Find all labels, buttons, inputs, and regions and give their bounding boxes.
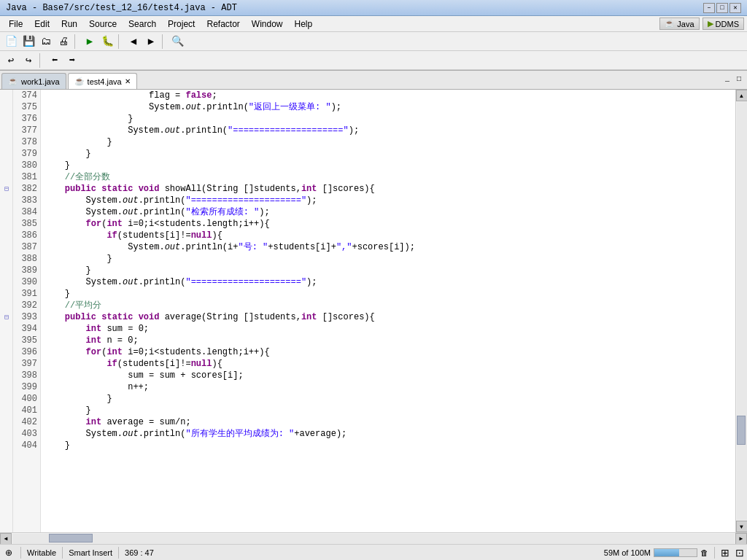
print-button[interactable]: 🖨 [55, 34, 71, 50]
smart-insert-status: Smart Insert [69, 548, 112, 557]
margin-387 [0, 241, 13, 253]
code-line-384: System.out.println("检索所有成绩: "); [44, 206, 735, 218]
search-btn[interactable]: 🔍 [169, 34, 185, 50]
horizontal-scrollbar[interactable]: ◀ ▶ [0, 533, 747, 544]
minimize-button[interactable]: – [703, 3, 715, 13]
linenum-386: 386 [13, 230, 37, 241]
linenum-377: 377 [13, 125, 37, 136]
menu-run[interactable]: Run [55, 18, 83, 31]
memory-indicator[interactable]: 59M of 100M 🗑 [604, 548, 708, 557]
prev-button[interactable]: ◀ [125, 34, 142, 50]
code-line-393: public static void average(String []stud… [44, 311, 735, 323]
linenum-376: 376 [13, 113, 37, 125]
code-line-402: int average = sum/n; [44, 416, 735, 428]
code-line-382: public static void showAll(String []stud… [44, 183, 735, 195]
menu-refactor[interactable]: Refactor [201, 18, 245, 31]
undo-button[interactable]: ↩ [3, 52, 19, 69]
status-right-icon2[interactable]: ⊡ [735, 547, 744, 559]
code-line-388: } [44, 253, 735, 265]
menu-search[interactable]: Search [123, 18, 162, 31]
status-sep4 [714, 547, 715, 559]
run-button[interactable]: ▶ [82, 34, 98, 50]
next-button[interactable]: ▶ [143, 34, 159, 50]
code-line-394: int sum = 0; [44, 323, 735, 335]
margin-389 [0, 265, 13, 276]
margin-380 [0, 160, 13, 171]
linenum-385: 385 [13, 218, 37, 230]
menu-edit[interactable]: Edit [28, 18, 55, 31]
code-line-396: for(int i=0;i<students.length;i++){ [44, 346, 735, 358]
title-controls: – □ ✕ [703, 3, 741, 13]
linenum-390: 390 [13, 276, 37, 288]
back-button[interactable]: ⬅ [47, 52, 63, 69]
gc-button[interactable]: 🗑 [700, 548, 708, 557]
redo-button[interactable]: ↪ [20, 52, 36, 69]
tab-maximize[interactable]: □ [734, 74, 744, 84]
new-button[interactable]: 📄 [3, 34, 19, 50]
code-container: 374 375 376 377 378 379 380 381 382 383 … [13, 90, 747, 532]
margin-391 [0, 288, 13, 300]
sep3 [162, 34, 166, 49]
margin-401 [0, 405, 13, 416]
code-line-383: System.out.println("====================… [44, 195, 735, 206]
save-button[interactable]: 💾 [20, 34, 36, 50]
save-all-button[interactable]: 🗂 [38, 34, 54, 50]
linenum-393: 393 [13, 311, 37, 323]
linenum-389: 389 [13, 265, 37, 276]
tab-work1-label: work1.java [21, 77, 60, 86]
linenum-404: 404 [13, 440, 37, 451]
status-sep3 [118, 547, 119, 559]
scroll-up-button[interactable]: ▲ [736, 90, 748, 101]
margin-392 [0, 300, 13, 311]
margin-382: ⊟ [0, 183, 13, 195]
tab-work1[interactable]: ☕ work1.java [1, 73, 66, 89]
menu-project[interactable]: Project [162, 18, 201, 31]
tab-test4[interactable]: ☕ test4.java ✕ [68, 73, 137, 89]
vertical-scrollbar[interactable]: ▲ ▼ [735, 90, 747, 532]
h-scroll-track[interactable] [12, 534, 735, 544]
line-numbers: 374 375 376 377 378 379 380 381 382 383 … [13, 90, 41, 532]
code-line-374: flag = false; [44, 90, 735, 101]
status-sep1 [20, 547, 21, 559]
code-line-395: int n = 0; [44, 335, 735, 346]
close-button[interactable]: ✕ [729, 3, 741, 13]
scroll-track[interactable] [737, 102, 747, 520]
status-icon: ⊕ [3, 547, 15, 559]
menu-help[interactable]: Help [289, 18, 319, 31]
debug-button[interactable]: 🐛 [99, 34, 115, 50]
ddms-perspective-badge[interactable]: ▶ DDMS [703, 18, 744, 30]
status-right-icon1[interactable]: ⊞ [721, 547, 729, 559]
code-line-400: } [44, 393, 735, 405]
java-perspective-badge[interactable]: ☕ Java [659, 18, 699, 30]
menu-file[interactable]: File [3, 18, 28, 31]
sep1 [74, 34, 79, 49]
tab-controls: _ □ [722, 74, 744, 84]
toolbar1: 📄 💾 🗂 🖨 ▶ 🐛 ◀ ▶ 🔍 [0, 32, 747, 51]
code-content[interactable]: flag = false; System.out.println("返回上一级菜… [41, 90, 735, 532]
code-line-389: } [44, 265, 735, 276]
h-scroll-right[interactable]: ▶ [735, 533, 747, 545]
margin-386 [0, 230, 13, 241]
maximize-button[interactable]: □ [716, 3, 728, 13]
h-scroll-left[interactable]: ◀ [0, 533, 12, 545]
menu-source[interactable]: Source [83, 18, 123, 31]
linenum-378: 378 [13, 136, 37, 148]
margin-379 [0, 148, 13, 160]
margin-377 [0, 125, 13, 136]
scroll-thumb[interactable] [737, 416, 746, 445]
linenum-383: 383 [13, 195, 37, 206]
tab-test4-close[interactable]: ✕ [125, 77, 131, 85]
margin-376 [0, 113, 13, 125]
tab-minimize[interactable]: _ [722, 74, 732, 84]
linenum-394: 394 [13, 323, 37, 335]
writable-status: Writable [27, 548, 56, 557]
menu-window[interactable]: Window [246, 18, 289, 31]
tab-test4-label: test4.java [88, 77, 122, 86]
forward-button[interactable]: ➡ [64, 52, 80, 69]
margin-395 [0, 335, 13, 346]
tab-test4-icon: ☕ [74, 77, 85, 86]
linenum-374: 374 [13, 90, 37, 101]
scroll-down-button[interactable]: ▼ [736, 521, 748, 532]
linenum-397: 397 [13, 358, 37, 370]
h-scroll-thumb[interactable] [49, 534, 93, 542]
